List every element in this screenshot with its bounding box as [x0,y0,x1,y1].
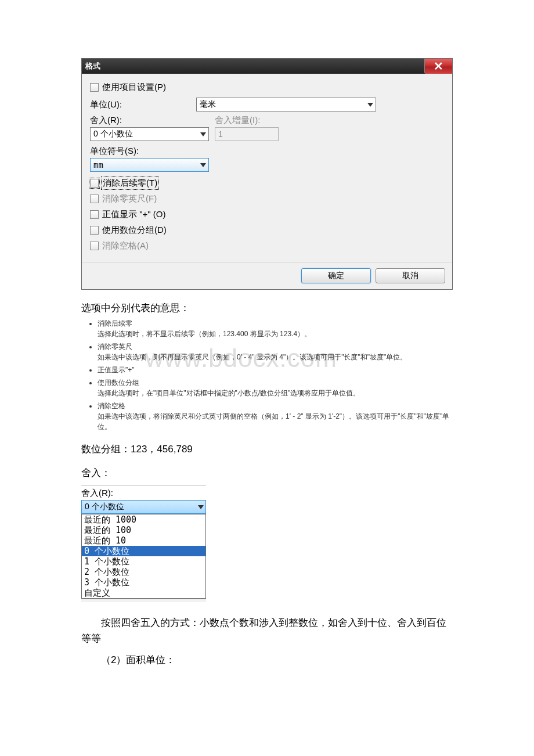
rounding-dropdown-current: 0 个小数位 [85,502,124,512]
rounding-increment-label: 舍入增量(I): [215,115,279,126]
explain-list: 消除后续零 选择此选项时，将不显示后续零（例如，123.400 将显示为 123… [81,318,453,432]
format-dialog: 格式 ✕ 使用项目设置(P) 单位(U): 毫米 舍入(R): [81,58,453,290]
chevron-down-icon [200,163,206,167]
close-icon: ✕ [434,60,443,72]
dropdown-option[interactable]: 最近的 1000 [82,514,205,525]
rounding-increment-value: 1 [218,129,223,139]
explain-item-title: 消除零英尺 [98,343,132,351]
dropdown-option[interactable]: 自定义 [82,588,205,598]
units-label: 单位(U): [90,99,192,110]
dropdown-option[interactable]: 0 个小数位 [82,546,205,556]
explain-item: 使用数位分组 选择此选项时，在"项目单位"对话框中指定的"小数点/数位分组"选项… [98,377,453,398]
use-digit-grouping-label: 使用数位分组(D) [102,225,167,236]
explain-item-desc: 选择此选项时，将不显示后续零（例如，123.400 将显示为 123.4）。 [98,330,311,338]
chevron-down-icon [367,103,373,107]
explain-item-title: 使用数位分组 [98,379,139,387]
explain-item-desc: 选择此选项时，在"项目单位"对话框中指定的"小数点/数位分组"选项将应用于单位值… [98,389,360,397]
unit-symbol-value: mm [93,160,103,170]
explain-item: 正值显示"+" [98,365,453,375]
chevron-down-icon [198,505,204,509]
suppress-trailing-zeros-row: 消除后续零(T) [90,178,444,189]
show-plus-row: 正值显示 "+" (O) [90,209,444,220]
digit-grouping-line: 数位分组：123，456,789 [81,442,453,456]
explain-item-title: 正值显示"+" [98,366,135,374]
rounding-increment-input: 1 [215,127,279,141]
rounding-combobox[interactable]: 0 个小数位 [90,127,209,141]
unit-symbol-label: 单位符号(S): [90,146,209,157]
rounding-dropdown-list: 最近的 1000 最近的 100 最近的 10 0 个小数位 1 个小数位 2 … [81,514,206,599]
suppress-spaces-checkbox[interactable] [90,242,99,250]
use-project-settings-checkbox[interactable] [90,83,99,92]
explain-item-desc: 如果选中该选项，则不再显示零英尺（例如，0' - 4" 显示为 4"）。该选项可… [98,353,407,361]
dialog-body: 使用项目设置(P) 单位(U): 毫米 舍入(R): 0 个小数位 [82,74,452,262]
footer-paragraph-1: 按照四舍五入的方式：小数点个数和涉入到整数位，如舍入到十位、舍入到百位等等 [81,615,453,646]
suppress-zero-feet-label: 消除零英尺(F) [102,193,157,204]
dropdown-option[interactable]: 最近的 100 [82,525,205,535]
rounding-dropdown-combobox[interactable]: 0 个小数位 [81,500,206,514]
rounding-row-group: 舍入(R): 0 个小数位 舍入增量(I): 1 [90,115,444,141]
suppress-spaces-label: 消除空格(A) [102,240,149,251]
dialog-titlebar: 格式 ✕ [82,59,452,74]
suppress-trailing-zeros-checkbox[interactable] [90,179,99,188]
explain-item: 消除零英尺 如果选中该选项，则不再显示零英尺（例如，0' - 4" 显示为 4"… [98,341,453,362]
units-combobox[interactable]: 毫米 [196,98,376,111]
cancel-button[interactable]: 取消 [376,268,445,283]
units-value: 毫米 [200,99,216,110]
dialog-title: 格式 [85,61,100,71]
suppress-spaces-row: 消除空格(A) [90,240,444,251]
explain-item-title: 消除后续零 [98,319,132,327]
unit-symbol-combobox[interactable]: mm [90,158,209,172]
explain-item: 消除后续零 选择此选项时，将不显示后续零（例如，123.400 将显示为 123… [98,318,453,339]
chevron-down-icon [200,132,206,136]
rounding-value: 0 个小数位 [93,129,133,139]
ok-button[interactable]: 确定 [301,268,371,283]
show-plus-label: 正值显示 "+" (O) [102,209,165,220]
dropdown-option[interactable]: 最近的 10 [82,535,205,546]
rounding-dropdown-label: 舍入(R): [81,485,206,500]
explain-item: 消除空格 如果选中该选项，将消除英尺和分式英寸两侧的空格（例如，1' - 2" … [98,401,453,432]
dropdown-footer-strip [81,599,206,602]
dropdown-option[interactable]: 2 个小数位 [82,567,205,577]
use-project-settings-label: 使用项目设置(P) [102,82,166,93]
suppress-trailing-zeros-label: 消除后续零(T) [102,178,158,189]
rounding-line: 舍入： [81,466,453,480]
use-project-settings-row: 使用项目设置(P) [90,82,444,93]
rounding-dropdown-block: 舍入(R): 0 个小数位 最近的 1000 最近的 100 最近的 10 0 … [81,485,206,602]
explain-item-title: 消除空格 [98,402,125,410]
rounding-label: 舍入(R): [90,115,209,126]
dropdown-option[interactable]: 3 个小数位 [82,577,205,588]
dropdown-option[interactable]: 1 个小数位 [82,556,205,567]
use-digit-grouping-checkbox[interactable] [90,226,99,235]
explain-heading: 选项中分别代表的意思： [81,301,453,315]
dialog-footer: 确定 取消 [82,262,452,289]
suppress-zero-feet-row: 消除零英尺(F) [90,193,444,204]
suppress-zero-feet-checkbox[interactable] [90,195,99,203]
explain-item-desc: 如果选中该选项，将消除英尺和分式英寸两侧的空格（例如，1' - 2" 显示为 1… [98,412,449,431]
close-button[interactable]: ✕ [424,59,452,74]
show-plus-checkbox[interactable] [90,210,99,219]
footer-paragraph-2: （2）面积单位： [81,653,453,667]
use-digit-grouping-row: 使用数位分组(D) [90,225,444,236]
units-row: 单位(U): 毫米 [90,98,444,111]
